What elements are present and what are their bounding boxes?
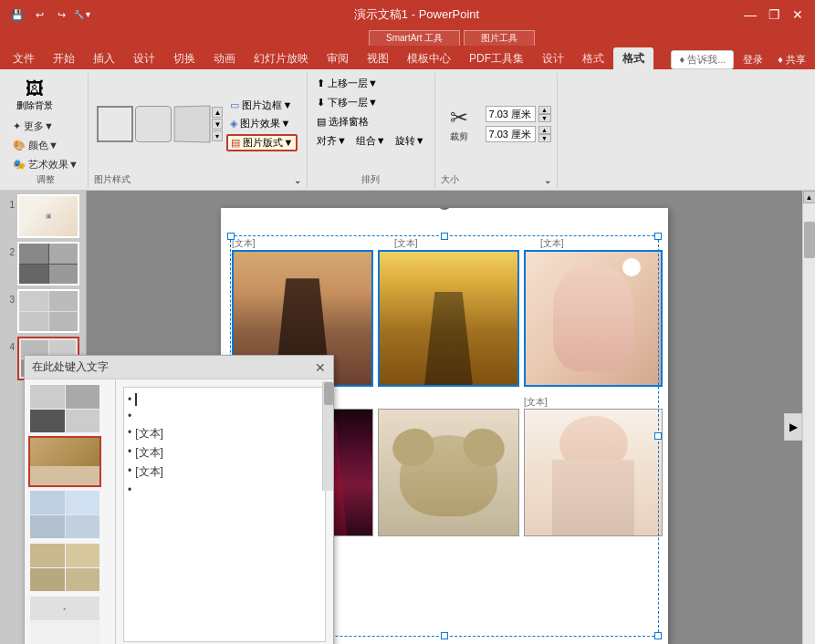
style-expand[interactable]: ▾	[212, 130, 223, 141]
popup-body: ▪ • • • [文本]	[25, 379, 333, 644]
popup-item-2[interactable]	[28, 436, 101, 487]
tab-template[interactable]: 模板中心	[398, 47, 460, 69]
height-input[interactable]	[486, 106, 536, 122]
tab-file[interactable]: 文件	[4, 47, 44, 69]
handle-bm[interactable]	[441, 632, 448, 639]
style-thumb-3[interactable]	[174, 105, 211, 142]
slide-1-thumb[interactable]: ▣	[17, 194, 79, 238]
tab-smartart-design[interactable]: 设计	[533, 47, 573, 69]
tab-design[interactable]: 设计	[124, 47, 164, 69]
popup-item-1[interactable]	[28, 383, 101, 434]
scroll-up-button[interactable]: ▲	[803, 191, 816, 203]
color-button[interactable]: 🎨颜色▼	[9, 137, 62, 154]
picture-tools-label: 图片工具	[464, 30, 535, 46]
tab-home[interactable]: 开始	[44, 47, 84, 69]
size-label: 大小	[441, 173, 459, 186]
customize-button[interactable]: 🔧▼	[73, 5, 93, 25]
share-button[interactable]: ♦ 共享	[772, 51, 811, 68]
art-effect-button[interactable]: 🎭艺术效果▼	[9, 156, 82, 173]
tab-transitions[interactable]: 切换	[164, 47, 204, 69]
handle-mr[interactable]	[654, 432, 662, 440]
slide-2-thumb[interactable]	[17, 242, 79, 286]
slide-3-thumb[interactable]	[17, 289, 79, 333]
undo-button[interactable]: ↩	[29, 5, 49, 25]
save-button[interactable]: 💾	[7, 5, 27, 25]
popup-item-4[interactable]	[28, 542, 101, 593]
bring-forward-button[interactable]: ⬆ 上移一层▼	[313, 75, 429, 92]
width-up[interactable]: ▲	[538, 126, 551, 134]
pic-styles-expand[interactable]: ⌄	[294, 175, 301, 185]
height-field: ▲ ▼	[483, 106, 551, 122]
popup-panel: 在此处键入文字 ✕	[24, 355, 334, 644]
crop-button[interactable]: ✂ 裁剪	[441, 101, 477, 147]
handle-br[interactable]	[654, 632, 662, 639]
bullet-dot-5: •	[128, 464, 131, 477]
canvas-nav-right[interactable]: ▶	[784, 413, 802, 441]
bullet-6: •	[128, 482, 321, 498]
close-button[interactable]: ✕	[788, 5, 808, 25]
smartart-handle[interactable]	[437, 208, 452, 210]
handle-tr[interactable]	[654, 233, 662, 240]
height-up[interactable]: ▲	[538, 106, 551, 114]
pi-photo-1b	[66, 385, 100, 409]
handle-tl[interactable]	[227, 233, 235, 240]
popup-item-1-grid	[30, 385, 99, 432]
popup-item-3-content	[30, 491, 99, 538]
tab-pdf[interactable]: PDF工具集	[460, 47, 533, 69]
height-down[interactable]: ▼	[538, 114, 551, 122]
popup-item-3[interactable]	[28, 489, 101, 540]
pic-format-button[interactable]: ▤ 图片版式▼	[226, 134, 298, 151]
popup-item-5[interactable]: ▪	[28, 595, 101, 644]
crop-icon: ✂	[450, 105, 468, 130]
text-input-field[interactable]: • • • [文本] • [文本] •	[123, 387, 326, 642]
scroll-thumb[interactable]	[804, 222, 815, 258]
style-scroll-up[interactable]: ▲	[212, 107, 223, 118]
tab-insert[interactable]: 插入	[84, 47, 124, 69]
tab-animations[interactable]: 动画	[204, 47, 245, 69]
style-thumbs: ▲ ▼ ▾	[97, 106, 223, 142]
color-icon: 🎨	[13, 140, 26, 151]
popup-scroll-thumb[interactable]	[324, 382, 333, 405]
width-input[interactable]	[486, 126, 536, 142]
adjust-group: 🖼 删除背景 ✦更多▼ 🎨颜色▼ 🎭艺术效果▼ 调整	[4, 73, 89, 188]
redo-button[interactable]: ↪	[51, 5, 71, 25]
bullet-dot-4: •	[128, 445, 131, 458]
title-bar: 💾 ↩ ↪ 🔧▼ 演示文稿1 - PowerPoint — ❐ ✕	[0, 0, 815, 29]
arrange-btns: ⬆ 上移一层▼ ⬇ 下移一层▼ ▤ 选择窗格	[313, 75, 429, 130]
pic-border-button[interactable]: ▭ 图片边框▼	[226, 98, 298, 113]
rotate-button[interactable]: 旋转▼	[392, 132, 429, 150]
restore-button[interactable]: ❐	[764, 5, 784, 25]
tab-smartart-format[interactable]: 格式	[573, 47, 613, 69]
send-backward-button[interactable]: ⬇ 下移一层▼	[313, 94, 429, 111]
size-group: ✂ 裁剪 ▲ ▼ ▲ ▼	[435, 73, 558, 188]
tab-slideshow[interactable]: 幻灯片放映	[245, 47, 318, 69]
smartart-tools-label: SmartArt 工具	[369, 30, 460, 46]
more-button[interactable]: ✦更多▼	[9, 118, 57, 135]
popup-close-button[interactable]: ✕	[315, 360, 326, 375]
minimize-button[interactable]: —	[740, 5, 760, 25]
handle-tm[interactable]	[441, 233, 448, 240]
pi-photo-1c	[30, 410, 65, 433]
pic-effect-button[interactable]: ◈ 图片效果▼	[226, 116, 298, 131]
tell-me-button[interactable]: ♦ 告诉我...	[671, 50, 734, 69]
selection-pane-button[interactable]: ▤ 选择窗格	[313, 113, 429, 130]
align-button[interactable]: 对齐▼	[313, 132, 350, 150]
tab-picture-format[interactable]: 格式	[613, 47, 653, 69]
bullet-dot-1: •	[128, 393, 131, 406]
size-expand[interactable]: ⌄	[544, 175, 551, 185]
style-thumb-2[interactable]	[135, 106, 172, 142]
delete-background-button[interactable]: 🖼 删除背景	[9, 75, 60, 116]
group-button[interactable]: 组合▼	[352, 132, 390, 150]
art-icon: 🎭	[13, 159, 26, 171]
style-thumb-1[interactable]	[97, 106, 133, 142]
forward-icon: ⬆	[317, 78, 325, 89]
right-scrollbar[interactable]: ▲ ▼	[802, 191, 815, 644]
adjust-label: 调整	[37, 173, 55, 186]
tab-view[interactable]: 视图	[358, 47, 398, 69]
width-down[interactable]: ▼	[538, 134, 551, 142]
login-button[interactable]: 登录	[737, 51, 768, 68]
window-controls: — ❐ ✕	[740, 5, 808, 25]
popup-scrollbar[interactable]	[322, 381, 333, 491]
tab-review[interactable]: 审阅	[318, 47, 358, 69]
style-scroll-down[interactable]: ▼	[212, 119, 223, 130]
